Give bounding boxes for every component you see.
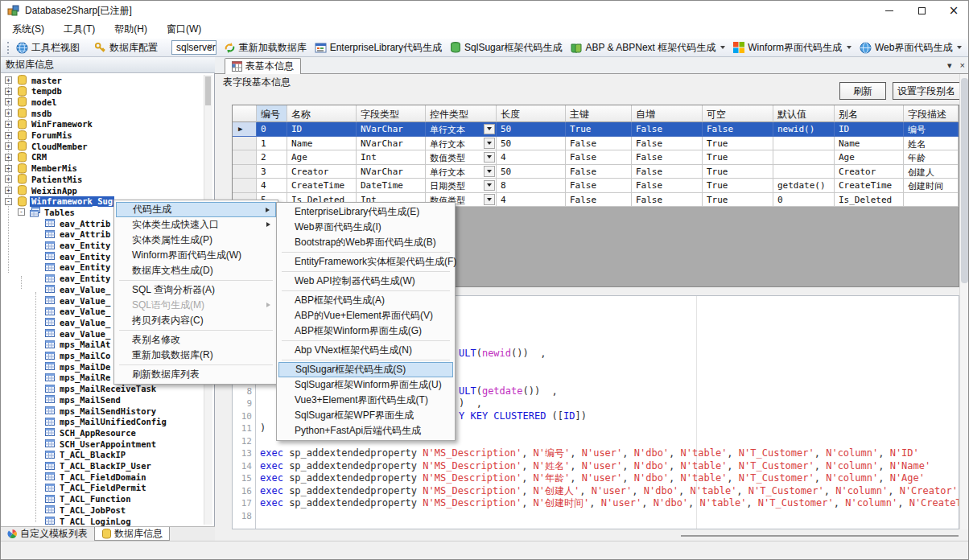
- grid-cell[interactable]: Creator: [835, 165, 904, 179]
- grid-cell[interactable]: 4: [497, 150, 566, 165]
- toolbar-db-config-button[interactable]: 数据库配置: [90, 39, 162, 56]
- toolbar-view-button[interactable]: 工具栏视图: [12, 39, 84, 56]
- grid-cell[interactable]: False: [632, 137, 703, 151]
- grid-row[interactable]: ▶0IDNVarChar单行文本50TrueFalseFalsenewid()I…: [233, 122, 959, 137]
- grid-cell[interactable]: 姓名: [904, 137, 959, 151]
- grid-cell[interactable]: NVarChar: [357, 165, 426, 179]
- expand-icon[interactable]: +: [5, 98, 12, 105]
- grid-cell[interactable]: 3: [257, 165, 287, 179]
- menu-item[interactable]: Abp VNext框架代码生成(N): [278, 343, 453, 358]
- grid-cell[interactable]: ID: [835, 122, 904, 137]
- grid-cell[interactable]: 50: [497, 165, 566, 179]
- grid-cell[interactable]: False: [566, 137, 632, 151]
- menu-item[interactable]: Winform界面代码生成(W): [116, 248, 276, 263]
- row-selector-cell[interactable]: [233, 137, 257, 151]
- tree-item[interactable]: SCH_AppResource: [2, 427, 214, 439]
- menu-item[interactable]: ABP框架代码生成(A): [278, 293, 453, 308]
- grid-cell[interactable]: False: [632, 122, 703, 137]
- grid-column-header[interactable]: 默认值: [773, 105, 835, 122]
- menu-item[interactable]: SQL 查询分析器(A): [116, 282, 276, 298]
- grid-column-header[interactable]: 字段描述: [904, 105, 959, 122]
- menu-item[interactable]: SqlSugar框架代码生成(S): [278, 362, 453, 377]
- grid-row[interactable]: 2AgeInt数值类型4FalseFalseTrueAge年龄: [233, 150, 959, 165]
- tree-item[interactable]: +model: [2, 97, 214, 108]
- grid-cell[interactable]: 0: [257, 122, 287, 137]
- menu-item[interactable]: Web API控制器代码生成(W): [278, 274, 453, 289]
- grid-cell[interactable]: True: [703, 193, 773, 208]
- grid-cell[interactable]: Creator: [287, 165, 357, 179]
- cell-dropdown-button[interactable]: [484, 180, 495, 191]
- cell-dropdown-button[interactable]: [484, 166, 495, 177]
- expand-icon[interactable]: +: [5, 132, 12, 139]
- grid-cell[interactable]: Age: [835, 150, 904, 165]
- grid-cell[interactable]: 创建人: [904, 165, 959, 179]
- tree-item[interactable]: T_ACL_FieldDomain: [2, 471, 214, 483]
- grid-cell[interactable]: Int: [357, 150, 426, 165]
- grid-cell[interactable]: False: [566, 165, 632, 179]
- menu-item[interactable]: Web界面代码生成(I): [278, 220, 453, 235]
- grid-cell[interactable]: False: [632, 150, 703, 165]
- expand-icon[interactable]: +: [5, 165, 12, 172]
- grid-cell[interactable]: 日期类型: [426, 179, 497, 193]
- toolbar-abp-button[interactable]: ABP & ABPNext 框架代码生成: [566, 39, 729, 56]
- menu-tools[interactable]: 工具(T): [56, 20, 103, 39]
- grid-cell[interactable]: [773, 165, 835, 179]
- tree-item[interactable]: +master: [2, 75, 214, 86]
- grid-column-header[interactable]: 自增: [632, 105, 703, 122]
- close-button[interactable]: ×: [938, 1, 969, 20]
- tree-item[interactable]: T_ACL_BlackIP: [2, 450, 214, 461]
- tree-scrollbar-thumb[interactable]: [205, 76, 211, 105]
- grid-cell[interactable]: 年龄: [904, 150, 959, 165]
- tree-item[interactable]: T_ACL_JobPost: [2, 504, 214, 516]
- menu-item[interactable]: SQL语句生成(M): [116, 298, 276, 313]
- tab-table-basic-info[interactable]: 表基本信息: [225, 58, 301, 74]
- grid-row[interactable]: 3CreatorNVarChar单行文本50FalseFalseTrueCrea…: [233, 165, 959, 179]
- grid-cell[interactable]: 单行文本: [426, 122, 497, 137]
- grid-cell[interactable]: True: [703, 150, 773, 165]
- grid-column-header[interactable]: 控件类型: [426, 105, 497, 122]
- grid-cell[interactable]: False: [566, 179, 632, 193]
- toolbar-web-button[interactable]: Web界面代码生成: [856, 39, 966, 56]
- tree-item[interactable]: +msdb: [2, 108, 214, 119]
- set-field-alias-button[interactable]: 设置字段别名: [893, 82, 960, 100]
- grid-cell[interactable]: ID: [287, 122, 357, 137]
- tree-item[interactable]: T_ACL_FieldPermit: [2, 483, 214, 494]
- document-scrollbar-thumb[interactable]: [961, 78, 968, 283]
- menu-item[interactable]: ABP框架Winform界面生成(G): [278, 323, 453, 339]
- db-type-combobox[interactable]: sqlserver ∨: [171, 40, 216, 55]
- grid-row[interactable]: 4CreateTimeDateTime日期类型8FalseFalseTruege…: [233, 179, 959, 193]
- expand-icon[interactable]: +: [5, 142, 12, 150]
- expand-icon[interactable]: +: [5, 109, 12, 117]
- expand-icon[interactable]: +: [5, 154, 12, 161]
- cell-dropdown-button[interactable]: [484, 124, 495, 135]
- grid-column-header[interactable]: 别名: [835, 105, 904, 122]
- refresh-button[interactable]: 刷新: [839, 82, 886, 100]
- grid-cell[interactable]: Is_Deleted: [835, 193, 904, 208]
- grid-cell[interactable]: False: [632, 165, 703, 179]
- tree-item[interactable]: +ForumMis: [2, 130, 214, 142]
- grid-cell[interactable]: False: [632, 179, 703, 193]
- grid-cell[interactable]: 50: [497, 137, 566, 151]
- toolbar-winform-button[interactable]: Winform界面代码生成: [729, 39, 856, 56]
- grid-cell[interactable]: True: [703, 137, 773, 151]
- menu-item[interactable]: SqlSugar框架Winform界面生成(U): [278, 377, 453, 393]
- tab-custom-templates[interactable]: 自定义模板列表: [1, 527, 94, 541]
- tree-item[interactable]: mps_MailUnifiedConfig: [2, 417, 214, 428]
- minimize-button[interactable]: [873, 1, 905, 20]
- row-selector-cell[interactable]: [233, 179, 257, 193]
- row-selector-cell[interactable]: [233, 165, 257, 179]
- grid-cell[interactable]: 4: [257, 179, 287, 193]
- tree-item[interactable]: +PatientMis: [2, 174, 214, 185]
- tree-item[interactable]: mps_MailSend: [2, 394, 214, 406]
- tab-database-info[interactable]: 数据库信息: [94, 527, 170, 541]
- grid-cell[interactable]: NVarChar: [357, 137, 426, 151]
- grid-column-header[interactable]: 编号: [257, 105, 287, 122]
- grid-cell[interactable]: 数值类型: [426, 150, 497, 165]
- menu-item[interactable]: 重新加载数据库(R): [116, 348, 276, 363]
- grid-cell[interactable]: 1: [257, 137, 287, 151]
- grid-cell[interactable]: [773, 150, 835, 165]
- menu-item[interactable]: Bootstrap的Web界面代码生成(B): [278, 235, 453, 250]
- grid-cell[interactable]: getdate(): [773, 179, 835, 193]
- grid-cell[interactable]: 50: [497, 122, 566, 137]
- tree-item[interactable]: SCH_UserAppointment: [2, 439, 214, 450]
